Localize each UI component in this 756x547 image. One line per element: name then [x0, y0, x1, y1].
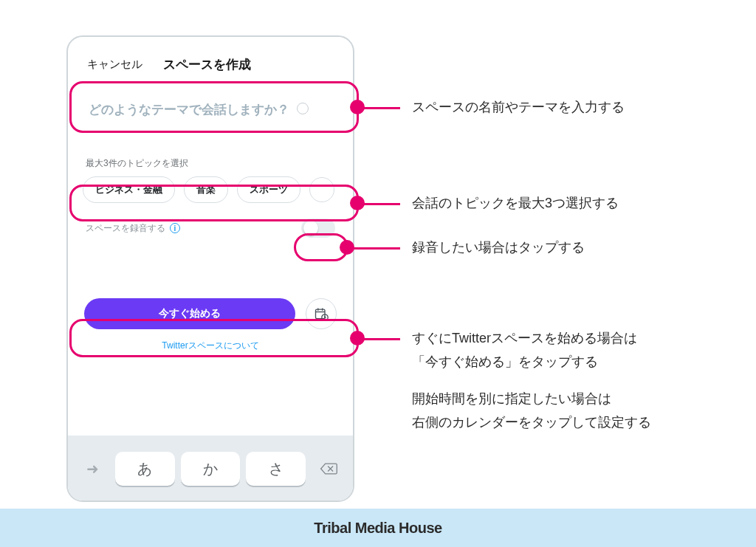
highlight-frame	[69, 319, 359, 357]
svg-rect-0	[316, 309, 326, 319]
record-label: スペースを録音する i	[86, 222, 180, 235]
callout-text: すぐにTwitterスペースを始める場合は「今すぐ始める」をタップする	[412, 326, 729, 374]
callout-text: スペースの名前やテーマを入力する	[412, 95, 625, 119]
leader-line	[359, 338, 400, 340]
highlight-frame	[294, 233, 348, 261]
key[interactable]: さ	[246, 452, 306, 486]
highlight-frame	[69, 81, 359, 133]
footer-brand: Tribal Media House	[0, 509, 756, 547]
leader-line	[359, 203, 400, 205]
modal-title: スペースを作成	[163, 56, 251, 73]
leader-line	[348, 247, 400, 250]
callout-text: 会話のトピックを最大3つ選択する	[412, 191, 619, 215]
callout-text: 開始時間を別に指定したい場合は右側のカレンダーをタップして設定する	[412, 387, 737, 435]
keyboard: ➜ あ か さ	[68, 436, 353, 500]
leader-line	[359, 107, 400, 109]
key[interactable]: あ	[115, 452, 175, 486]
callout-text: 録音したい場合はタップする	[412, 235, 585, 259]
key-backspace[interactable]	[312, 452, 346, 486]
highlight-frame	[69, 185, 359, 221]
topics-label: 最大3件のトピックを選択	[86, 157, 335, 170]
key[interactable]: か	[181, 452, 241, 486]
key-arrow-left[interactable]: ➜	[75, 452, 109, 486]
info-icon[interactable]: i	[170, 223, 180, 233]
cancel-button[interactable]: キャンセル	[87, 58, 142, 72]
